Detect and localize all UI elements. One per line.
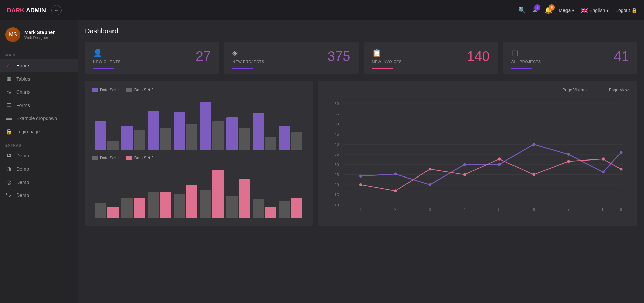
bar-group2: [148, 192, 171, 218]
bar-purple: [95, 121, 106, 150]
search-icon[interactable]: 🔍: [518, 6, 526, 14]
logout-button[interactable]: Logout 🔒: [615, 7, 637, 13]
svg-text:2: 2: [394, 207, 397, 212]
dot-v2: [394, 173, 397, 176]
all-projects-icon: ◫: [511, 49, 541, 57]
svg-text:8: 8: [602, 207, 605, 212]
projects-icon: ◈: [232, 49, 264, 57]
svg-text:35: 35: [335, 152, 340, 157]
sidebar-item-home[interactable]: ⌂ Home: [0, 59, 78, 72]
sidebar-item-demo3[interactable]: ◎ Demo: [0, 175, 78, 189]
bar-group: [253, 113, 276, 150]
bar-gray2: [279, 201, 290, 218]
legend-color-gray2: [92, 156, 98, 160]
sidebar-item-demo1[interactable]: 🖥 Demo: [0, 149, 78, 162]
clients-icon: 👤: [93, 49, 121, 57]
bar-pink2: [291, 198, 302, 218]
main-section-label: MAIN: [0, 48, 78, 59]
sidebar-item-tables[interactable]: ▦ Tables: [0, 72, 78, 85]
logout-icon: 🔒: [631, 7, 637, 13]
bar-pink2: [265, 207, 276, 218]
sidebar-item-demo4[interactable]: 🛡 Demo: [0, 189, 78, 202]
stat-card-all-projects: ◫ ALL PROJECTS 41: [503, 42, 637, 74]
invoices-icon: 📋: [372, 49, 402, 57]
dropdown-arrow-icon: ‹: [71, 116, 73, 120]
user-info: Mark Stephen Web Designer: [24, 30, 56, 40]
sidebar-item-forms[interactable]: ☰ Forms: [0, 99, 78, 112]
bar-purple: [279, 126, 290, 150]
stat-label-new-projects: ◈ NEW PROJECTS: [232, 49, 264, 64]
sidebar-item-charts[interactable]: ∿ Charts: [0, 85, 78, 99]
dot-p3: [429, 168, 432, 171]
bar-purple: [253, 113, 264, 150]
bar-pink2: [160, 192, 171, 218]
bar-gray2: [121, 198, 133, 218]
sidebar-item-dropdown[interactable]: ▬ Example dropdown ‹: [0, 112, 78, 125]
bar-purple: [226, 117, 238, 150]
sidebar: MS Mark Stephen Web Designer MAIN ⌂ Home…: [0, 20, 78, 303]
language-caret: ▾: [606, 7, 609, 13]
bar-pink2: [186, 185, 197, 218]
dot-v8: [602, 171, 605, 174]
sidebar-item-login[interactable]: 🔒 Login page: [0, 125, 78, 138]
bell-icon[interactable]: 🔔 9: [544, 6, 552, 14]
brand-light-text: ADMIN: [26, 7, 46, 14]
dot-p2: [394, 189, 397, 192]
dot-p7: [567, 160, 570, 163]
line-chart-svg: 60 55 50 45 40 35 30 25 20 15 10 1 2 3 4: [325, 97, 630, 212]
circle-half-icon: ◑: [5, 166, 12, 172]
bar-gray: [186, 124, 197, 150]
bar1-legend-item2: Data Set 2: [126, 88, 154, 92]
language-selector[interactable]: 🇬🇧 English ▾: [581, 7, 609, 14]
bar-group: [148, 111, 171, 150]
content-area: Dashboard 👤 NEW CLIENTS 27 ◈ NEW PROJEC: [78, 20, 644, 303]
bar-gray: [212, 121, 224, 150]
clients-label: NEW CLIENTS: [93, 60, 121, 64]
sidebar-home-label: Home: [16, 63, 73, 68]
svg-text:20: 20: [335, 183, 340, 187]
bar-gray: [265, 137, 276, 150]
legend-visitors-label: Page Visitors: [562, 88, 586, 92]
brand-logo: DARK ADMIN: [7, 7, 46, 14]
bar-purple: [200, 102, 211, 150]
sidebar-demo1-label: Demo: [16, 153, 73, 158]
navbar-right: 🔍 ✉ 5 🔔 9 Mega ▾ 🇬🇧 English ▾ Logout 🔒: [518, 6, 637, 14]
back-button[interactable]: ←: [51, 5, 62, 15]
sidebar-item-demo2[interactable]: ◑ Demo: [0, 162, 78, 175]
dot-p6: [533, 173, 536, 176]
allprojects-label: ALL PROJECTS: [511, 60, 541, 64]
sidebar-login-label: Login page: [16, 129, 73, 134]
svg-text:10: 10: [335, 203, 340, 207]
bar-gray: [160, 128, 171, 150]
bar-chart-2: [92, 165, 306, 219]
forms-icon: ☰: [5, 102, 12, 108]
mail-icon[interactable]: ✉ 5: [533, 6, 538, 14]
svg-text:40: 40: [335, 142, 340, 147]
stat-card-top-invoices: 📋 NEW INVOICES 140: [372, 49, 490, 64]
svg-text:30: 30: [335, 162, 340, 167]
navbar: DARK ADMIN ← 🔍 ✉ 5 🔔 9 Mega ▾ 🇬🇧 English…: [0, 0, 644, 20]
stat-label-new-clients: 👤 NEW CLIENTS: [93, 49, 121, 64]
user-name-nav: Mega: [559, 7, 571, 13]
user-menu[interactable]: Mega ▾: [559, 7, 574, 13]
svg-text:60: 60: [335, 102, 340, 106]
invoices-underline: [372, 68, 393, 69]
clients-underline: [93, 68, 114, 69]
bar-gray: [107, 141, 119, 150]
legend-label-dataset1: Data Set 1: [100, 88, 119, 92]
bar-group2: [279, 198, 302, 218]
bar-gray2: [200, 190, 211, 218]
dot-v4: [463, 163, 466, 166]
bar-group2: [174, 185, 197, 218]
bar-group: [200, 102, 224, 150]
bar-purple: [121, 126, 133, 150]
bar-group2: [95, 203, 119, 218]
shield-icon: 🛡: [5, 192, 12, 198]
bar-gray2: [253, 199, 264, 218]
flag-icon: 🇬🇧: [581, 7, 588, 14]
stat-card-new-clients: 👤 NEW CLIENTS 27: [85, 42, 219, 74]
svg-text:9: 9: [620, 207, 622, 212]
projects-value: 375: [328, 49, 350, 64]
projects-label: NEW PROJECTS: [232, 60, 264, 64]
bar2-legend: Data Set 1 Data Set 2: [92, 156, 306, 161]
